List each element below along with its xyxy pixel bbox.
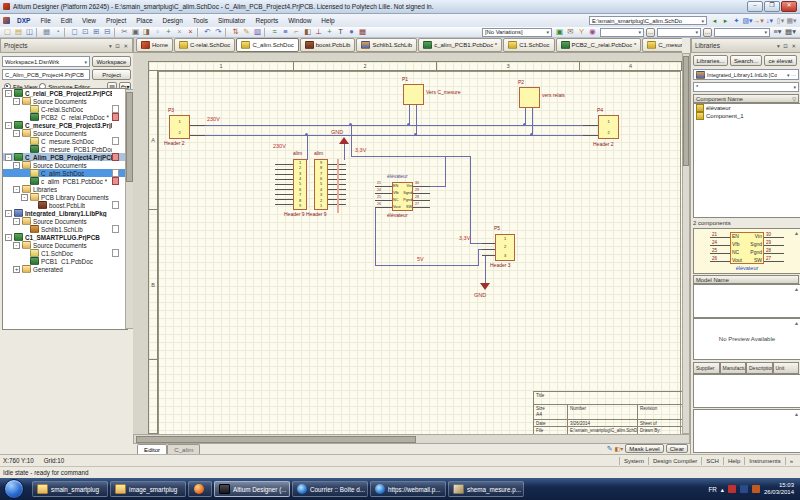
chart-icon[interactable]: ▨▾ [742,16,753,25]
expand-toggle-icon[interactable]: - [5,210,12,217]
grid-icon[interactable]: ▦▾ [786,16,797,25]
menu-item[interactable]: Help [316,17,339,24]
tree-item[interactable]: - Source Documents [3,129,127,137]
document-path-combo[interactable]: E:\smain_smartplug\C_alim.SchDo ▾ [589,16,707,25]
junction-dot[interactable] [414,133,417,136]
place-power-port-icon[interactable]: ⊥ [313,27,324,37]
back-icon[interactable]: ◂ [709,16,720,25]
comment-label[interactable]: vers relais [542,93,565,98]
menu-item[interactable]: Simulator [213,17,250,24]
tree-item[interactable]: - Source Documents [3,217,127,225]
comment-label[interactable]: élévateur [387,213,408,218]
wire[interactable] [307,135,308,160]
wire[interactable] [352,156,471,157]
panel-tab-button[interactable]: Design Compiler [648,457,701,465]
pin-line[interactable] [275,174,293,175]
libraries-panel-header[interactable]: Libraries ▾ ⊡ ✕ [691,38,800,53]
gnd-power-port-icon[interactable] [339,137,349,144]
menu-item[interactable]: Place [131,17,157,24]
expand-toggle-icon[interactable]: - [21,194,28,201]
wire[interactable] [445,156,446,187]
expand-toggle-icon[interactable]: - [13,130,20,137]
comment-label[interactable]: Header 3 [490,263,511,268]
expand-toggle-icon[interactable]: + [13,266,20,273]
menu-item[interactable]: Project [101,17,131,24]
place-net-label-icon[interactable]: + [324,27,335,37]
comment-label[interactable]: Vers C_mesure [426,90,460,95]
new-document-icon[interactable]: ▢ [2,27,13,37]
workspace-button[interactable]: Workspace [92,56,131,67]
title-bar[interactable]: Altium Designer (Platform 26245) - E:\sm… [0,0,800,14]
print-preview-icon[interactable]: ◔ [52,27,63,37]
document-tab[interactable]: c_alim_PCB1.PcbDoc * [418,38,502,52]
tree-item[interactable]: Schlib1.SchLib [3,225,127,233]
tree-item[interactable]: - C1_SMARTPLUG.PrjPCB [3,233,127,241]
wire[interactable] [351,125,352,157]
release-icon[interactable]: ✉ [565,27,576,37]
panel-tab-button[interactable]: Help [723,457,744,465]
comment-label[interactable]: Header 2 [164,141,185,146]
horizontal-scrollbar[interactable] [133,434,690,444]
place-text-icon[interactable]: T [335,27,346,37]
component-name-column-header[interactable]: Component Name▽ [693,94,799,103]
redo-icon[interactable]: ↷ [213,27,224,37]
junction-dot[interactable] [523,123,526,126]
snapshot-icon[interactable]: ◉ [587,27,598,37]
pin-line[interactable] [275,204,293,205]
tree-item[interactable]: - Source Documents [3,161,127,169]
expand-toggle-icon[interactable]: - [5,90,12,97]
place-bus-icon[interactable]: ≡ [280,27,291,37]
taskbar-button[interactable]: image_smartplug [110,481,186,497]
paste-icon[interactable]: ◨ [141,27,152,37]
comment-label[interactable]: alim [314,151,323,156]
table-column-header[interactable]: Supplier [693,362,720,374]
expand-toggle-icon[interactable]: - [13,186,20,193]
place-part-icon[interactable]: ◧ [302,27,313,37]
storage-manager-icon[interactable]: ▣ [554,27,565,37]
document-tab[interactable]: C_mesure.SchDoc [642,38,682,52]
download-icon[interactable]: ↓▾ [764,16,775,25]
up-icon[interactable]: ✦ [731,16,742,25]
pin-icon[interactable]: ⊡ [115,43,121,49]
place-harness-icon[interactable]: ⌐ [291,27,302,37]
tree-item[interactable]: - Integrated_Library1.LibPkg [3,209,127,217]
tree-item[interactable]: - PCB Library Documents [3,193,127,201]
junction-dot[interactable] [407,123,410,126]
library-select-combo[interactable]: Integrated_Library1.IntLib [Co ▾ ⋯ [693,69,799,80]
clear-button[interactable]: Clear [666,444,688,453]
component-filter-input[interactable]: * ▾ [693,82,799,92]
pin-line[interactable] [275,189,293,190]
wire[interactable] [205,125,585,126]
annotate-icon[interactable]: ✎ [607,445,613,453]
pin-line[interactable] [275,194,293,195]
schematic-canvas[interactable]: 1234 AB 12 [133,53,682,434]
clock[interactable]: 15:03 26/03/2014 [764,482,794,496]
tray-expand-icon[interactable]: ▴ [721,486,724,493]
pin-line[interactable] [482,243,495,244]
designator-label[interactable]: Header 9 [284,212,305,217]
designator-label[interactable]: P4 [597,108,603,113]
panel-tab-button[interactable]: » [785,457,797,465]
tree-item[interactable]: - Source Documents [3,97,127,105]
wire[interactable] [430,186,446,187]
document-tab[interactable]: Home [136,38,173,52]
tray-icon-1[interactable] [728,485,736,493]
wire[interactable] [532,108,533,136]
expand-toggle-icon[interactable]: - [5,122,12,129]
search-button[interactable]: Search... [730,55,762,66]
component-list-item[interactable]: élévateur [694,104,800,112]
maximize-button[interactable]: ❐ [764,1,780,12]
component-p4[interactable]: 12 [598,115,619,139]
start-button[interactable] [4,479,24,499]
panel-menu-icon[interactable]: ▾ [777,43,781,49]
net-label[interactable]: 3,3V [459,235,470,241]
document-tab[interactable]: Schlib1.SchLib [356,38,417,52]
place-junction-icon[interactable]: ● [346,27,357,37]
pin-line[interactable] [275,179,293,180]
projects-panel-header[interactable]: Projects ▾ ⊡ ✕ [0,38,133,53]
gnd-power-port-icon[interactable] [480,283,490,290]
save-icon[interactable]: ◫ [24,27,35,37]
expand-toggle-icon[interactable]: - [13,162,20,169]
expand-toggle-icon[interactable]: - [13,98,20,105]
tree-item[interactable]: - C_Alim_PCB_Project4.PrjPCB [3,153,127,161]
